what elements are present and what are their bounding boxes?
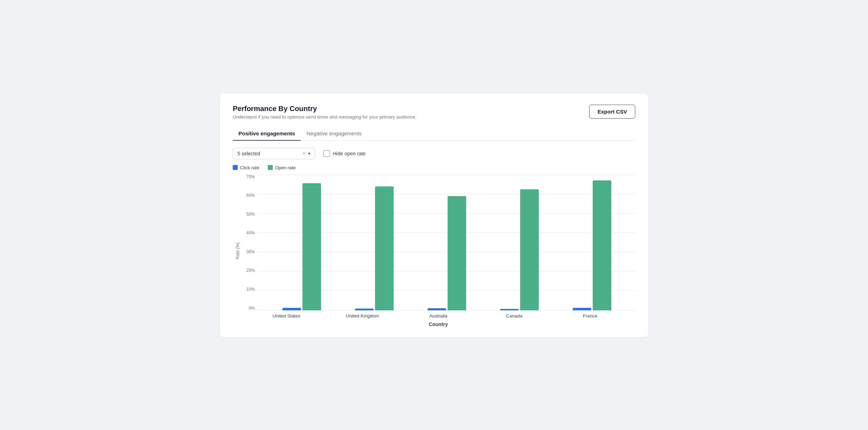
y-axis-ticks: 0%10%20%30%40%50%60%70%: [241, 175, 258, 310]
title-block: Performance By Country Understand if you…: [233, 105, 416, 120]
y-tick: 40%: [246, 231, 255, 235]
chart-inner: 0%10%20%30%40%50%60%70%: [241, 175, 635, 310]
x-axis-label: Canada: [485, 313, 543, 319]
x-axis-title: Country: [241, 321, 635, 327]
open-rate-bar: [375, 186, 394, 310]
open-rate-bar: [302, 183, 321, 310]
x-axis-label: Australia: [410, 313, 467, 319]
legend-click-rate: Click rate: [233, 165, 259, 170]
dropdown-selected-text: 5 selected: [237, 151, 300, 156]
bar-group: [563, 180, 621, 310]
click-rate-bar: [500, 309, 519, 310]
x-axis: United StatesUnited KingdomAustraliaCana…: [241, 313, 635, 319]
bars-container: [258, 175, 635, 310]
header-row: Performance By Country Understand if you…: [233, 105, 635, 120]
controls-row: 5 selected × ▾ Hide open rate: [233, 148, 635, 159]
card-subtitle: Understand if you need to optimize send …: [233, 114, 416, 120]
click-rate-bar: [428, 308, 446, 310]
legend-click-dot: [233, 165, 238, 170]
chart-legend: Click rate Open rate: [233, 165, 635, 170]
click-rate-bar: [282, 308, 301, 310]
bar-group: [491, 189, 548, 310]
bar-group: [418, 196, 475, 310]
x-axis-label: United States: [258, 313, 315, 319]
export-csv-button[interactable]: Export CSV: [589, 105, 635, 119]
y-tick: 50%: [246, 212, 255, 216]
y-tick: 70%: [246, 175, 255, 179]
tab-negative-engagements[interactable]: Negative engagements: [301, 127, 367, 141]
tabs-container: Positive engagements Negative engagement…: [233, 127, 635, 141]
card-title: Performance By Country: [233, 105, 416, 113]
tab-positive-engagements[interactable]: Positive engagements: [233, 127, 301, 141]
legend-click-label: Click rate: [240, 165, 259, 170]
open-rate-bar: [593, 180, 611, 310]
y-tick: 20%: [246, 268, 255, 272]
click-rate-bar: [355, 309, 374, 310]
dropdown-clear-button[interactable]: ×: [302, 151, 305, 156]
legend-open-label: Open rate: [275, 165, 296, 170]
bar-group: [273, 183, 330, 310]
open-rate-bar: [520, 189, 539, 310]
x-axis-label: United Kingdom: [334, 313, 391, 319]
y-tick: 0%: [249, 306, 255, 310]
chevron-down-icon: ▾: [308, 151, 310, 156]
hide-open-rate-text: Hide open rate: [333, 151, 366, 156]
chart-wrapper: Rate (%) 0%10%20%30%40%50%60%70% United …: [233, 175, 635, 327]
y-tick: 10%: [246, 287, 255, 291]
open-rate-bar: [448, 196, 466, 310]
bar-group: [346, 186, 403, 310]
y-axis-label: Rate (%): [233, 175, 241, 327]
y-tick: 60%: [246, 193, 255, 198]
chart-area: 0%10%20%30%40%50%60%70% United StatesUni…: [241, 175, 635, 327]
bars-area: [258, 175, 635, 310]
x-axis-label: France: [562, 313, 619, 319]
legend-open-dot: [268, 165, 273, 170]
y-tick: 30%: [246, 250, 255, 254]
legend-open-rate: Open rate: [268, 165, 296, 170]
click-rate-bar: [573, 308, 591, 310]
country-filter-dropdown[interactable]: 5 selected × ▾: [233, 148, 315, 159]
performance-by-country-card: Performance By Country Understand if you…: [220, 93, 648, 338]
hide-open-rate-label[interactable]: Hide open rate: [324, 150, 366, 157]
hide-open-rate-checkbox[interactable]: [324, 150, 330, 157]
